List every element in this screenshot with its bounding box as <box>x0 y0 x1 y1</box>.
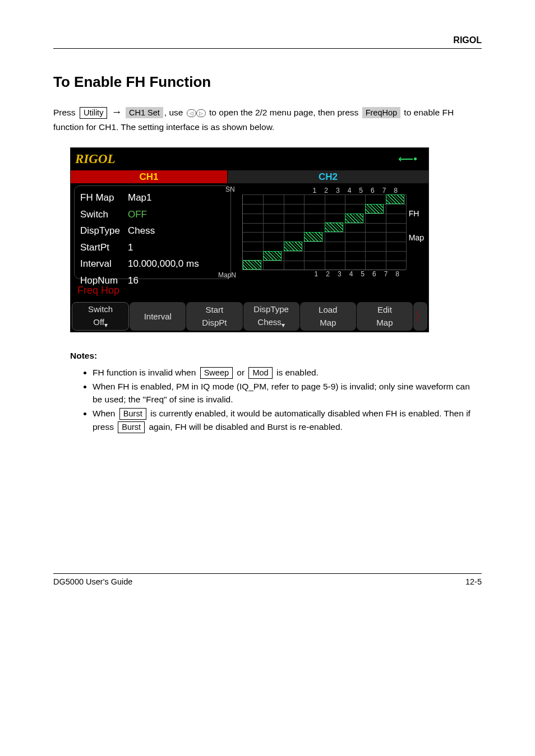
param-value: 10.000,000,0 ms <box>128 256 225 272</box>
param-table: FH MapMap1 SwitchOFF DispTypeChess Start… <box>80 189 225 289</box>
menu-value: Map <box>376 317 393 330</box>
param-label: Interval <box>80 256 128 272</box>
nav-left-right-icon: ◁▷ <box>187 109 206 117</box>
footer-doc-title: DG5000 User's Guide <box>53 576 132 588</box>
param-label: Switch <box>80 206 128 223</box>
param-value: Chess <box>128 222 225 239</box>
ch1-tab: CH1 <box>71 170 228 183</box>
txt: or <box>237 368 247 377</box>
menu-value: DispPt <box>202 317 227 330</box>
screen-topbar: RIGOL ⟵• <box>71 148 428 171</box>
table-row: DispTypeChess <box>80 222 225 239</box>
usb-icon: ⟵• <box>398 151 417 168</box>
map-cell <box>284 242 302 251</box>
txt: , use <box>164 108 186 117</box>
menu-edit-map[interactable]: Edit Map <box>357 302 413 331</box>
map-cell <box>365 204 384 214</box>
menu-value: Chess▾ <box>257 316 285 330</box>
arrow-icon: → <box>112 106 122 118</box>
dropdown-icon: ▾ <box>104 321 108 329</box>
txt: again, FH will be disabled and Burst is … <box>149 422 343 432</box>
table-row: Interval10.000,000,0 ms <box>80 256 225 272</box>
menu-label: Edit <box>377 304 392 317</box>
menu-page-next[interactable]: 〉 <box>413 302 427 331</box>
chart-right-labels: FH Map <box>409 208 424 256</box>
chevron-right-icon: 〉 <box>414 307 427 326</box>
menu-value: Map <box>320 317 336 330</box>
sweep-button: Sweep <box>200 367 233 379</box>
menu-interval[interactable]: Interval <box>130 302 186 331</box>
brand-text: RIGOL <box>453 35 482 45</box>
txt: to open the 2/2 menu page, then press <box>207 108 361 117</box>
device-screen: RIGOL ⟵• CH1 CH2 FH MapMap1 SwitchOFF Di… <box>70 147 429 333</box>
notes-heading: Notes: <box>70 349 482 362</box>
param-label: StartPt <box>80 239 128 256</box>
page-footer: DG5000 User's Guide 12-5 <box>53 573 482 588</box>
menu-label: Start <box>206 304 224 317</box>
param-label: DispType <box>80 222 128 239</box>
param-label: FH Map <box>80 189 128 206</box>
menu-load-map[interactable]: Load Map <box>300 302 356 331</box>
footer-page-number: 12-5 <box>465 576 482 588</box>
table-row: FH MapMap1 <box>80 189 225 206</box>
txt: is enabled. <box>276 368 319 377</box>
param-panel: FH MapMap1 SwitchOFF DispTypeChess Start… <box>74 185 231 279</box>
map-label: Map <box>409 232 424 244</box>
fh-label: FH <box>409 208 424 220</box>
screen-main: FH MapMap1 SwitchOFF DispTypeChess Start… <box>71 183 428 281</box>
channel-row: CH1 CH2 <box>71 170 428 183</box>
page-title: To Enable FH Function <box>53 71 482 93</box>
txt: Press <box>53 108 78 117</box>
menu-start-disppt[interactable]: Start DispPt <box>186 302 242 331</box>
list-item: When Burst is currently enabled, it woul… <box>93 407 482 433</box>
map-cell <box>263 251 282 261</box>
map-cell <box>304 232 322 242</box>
page-header: RIGOL <box>53 34 482 49</box>
ch2-tab: CH2 <box>228 170 428 183</box>
dropdown-icon: ▾ <box>282 321 285 329</box>
menu-disptype[interactable]: DispType Chess▾ <box>243 302 299 331</box>
param-value: 1 <box>128 239 225 256</box>
freqhop-softkey: FreqHop <box>362 107 400 118</box>
menu-label: Interval <box>144 310 172 323</box>
burst-button: Burst <box>119 408 146 420</box>
list-item: FH function is invalid when Sweep or Mod… <box>93 366 482 379</box>
rigol-logo: RIGOL <box>75 150 116 169</box>
table-row: StartPt1 <box>80 239 225 256</box>
txt: When <box>93 409 118 418</box>
menu-label: DispType <box>253 303 289 316</box>
txt: FH function is invalid when <box>93 368 199 377</box>
map-cell <box>345 214 363 223</box>
table-row: SwitchOFF <box>80 206 225 223</box>
menu-label: Load <box>319 304 337 317</box>
param-value: Map1 <box>128 189 225 206</box>
param-value: 16 <box>128 272 225 289</box>
screen-menu: Switch Off▾ Interval Start DispPt DispTy… <box>71 301 428 332</box>
list-item: When FH is enabled, PM in IQ mode (IQ_PM… <box>93 380 482 406</box>
menu-switch[interactable]: Switch Off▾ <box>72 302 129 331</box>
param-value: OFF <box>128 206 225 223</box>
fh-chart: SN 12345678 MapN 12345678 FH Map <box>231 185 425 279</box>
intro-paragraph: Press Utility → CH1 Set, use ◁▷ to open … <box>53 104 482 133</box>
map-cell <box>325 222 343 232</box>
map-cell <box>386 194 404 204</box>
burst-button: Burst <box>118 421 145 433</box>
menu-value: Off▾ <box>93 316 108 330</box>
mod-button: Mod <box>248 367 272 379</box>
menu-label: Switch <box>88 303 113 316</box>
notes-list: FH function is invalid when Sweep or Mod… <box>93 366 482 433</box>
chart-grid <box>242 194 406 270</box>
utility-button: Utility <box>80 107 107 119</box>
ch1set-softkey: CH1 Set <box>126 107 163 118</box>
notes-section: Notes: FH function is invalid when Sweep… <box>70 349 482 433</box>
mapn-axis-label: MapN <box>218 270 236 280</box>
sn-axis-label: SN <box>225 184 235 194</box>
map-cell <box>243 260 261 270</box>
mapn-ticks: 12345678 <box>315 269 407 279</box>
